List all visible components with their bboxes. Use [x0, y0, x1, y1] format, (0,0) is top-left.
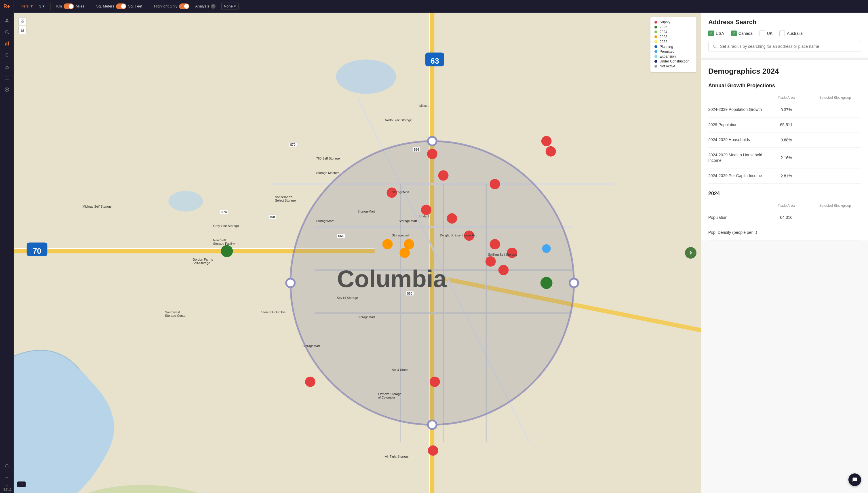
svg-text:Columbia: Columbia [337, 265, 447, 292]
country-usa[interactable]: ✓ USA [708, 30, 724, 36]
legend-item: Not Active [654, 64, 692, 68]
col-label-header [708, 95, 763, 100]
table-row: 2029 Population 65,511 [708, 117, 861, 133]
price-badge-60b: $60 [405, 291, 414, 296]
svg-point-53 [546, 146, 556, 157]
svg-point-59 [542, 244, 551, 253]
legend-item: Permitted [654, 49, 692, 53]
km-miles-toggle-wrap: Km Miles [57, 3, 85, 9]
legend-item: 2024 [654, 30, 692, 34]
svg-point-49 [305, 377, 315, 387]
uk-checkbox[interactable] [759, 30, 765, 36]
year-2024-header: Trade Area Selected Blockgroup [708, 201, 861, 210]
map-label-storagemart-6: StorageMart [303, 344, 320, 348]
svg-rect-3 [5, 43, 6, 45]
filter-count[interactable]: 3 ▾ [39, 4, 44, 8]
table-row: Population 64,316 [708, 210, 861, 226]
address-search-input[interactable] [720, 44, 857, 49]
legend-item: Under Construction [654, 59, 692, 63]
svg-point-54 [221, 245, 233, 257]
right-panel: Address Search ✓ USA ✓ Canada UK Austral… [701, 13, 868, 493]
svg-rect-4 [6, 42, 7, 45]
sqm-sqft-toggle-wrap: Sq. Meters Sq. Feet [96, 3, 142, 9]
sidebar-item-chart[interactable] [2, 38, 12, 49]
app-logo: R+ [2, 2, 12, 10]
sqm-sqft-toggle[interactable] [116, 3, 126, 9]
uk-label: UK [767, 31, 773, 36]
map-label-storagemart-4: Storagemart [392, 234, 409, 237]
usa-checkbox[interactable]: ✓ [708, 30, 714, 36]
map-area[interactable]: TADPOLE ISLAND Columbia [14, 13, 701, 493]
svg-point-0 [6, 19, 8, 20]
main-content: TADPOLE ISLAND Columbia [14, 13, 868, 493]
sidebar-item-add[interactable] [2, 473, 12, 483]
address-search-box[interactable] [708, 41, 861, 52]
svg-point-68 [713, 45, 716, 47]
table-row: 2024-2029 Population Growth 0.37% [708, 102, 861, 117]
analysis-none-select[interactable]: None ▾ [221, 3, 239, 10]
price-badge-60a: $60 [268, 215, 276, 219]
map-label-storagemart-5: StorageMart [357, 315, 375, 319]
svg-rect-5 [8, 41, 9, 45]
sidebar-item-download[interactable] [2, 61, 12, 72]
col-selected-bg-header: Selected Blockgroup [809, 95, 861, 100]
sidebar-item-list[interactable] [2, 73, 12, 83]
table-row: 2024-2029 Households 0.68% [708, 132, 861, 148]
svg-rect-66 [21, 22, 22, 23]
section-2024: 2024 Trade Area Selected Blockgroup Popu… [708, 191, 861, 240]
search-icon [713, 44, 717, 49]
row-label: Population [708, 215, 763, 220]
filters-button[interactable]: Filters ▼ [18, 4, 34, 8]
map-label-uhaul: U Haul [419, 215, 429, 218]
canada-checkbox[interactable]: ✓ [731, 30, 737, 36]
usa-label: USA [716, 31, 724, 36]
map-label-aa-ustore: AA U-Store [392, 368, 407, 371]
price-badge-70: $70 [289, 142, 297, 147]
sidebar-item-search[interactable] [2, 27, 12, 37]
country-uk[interactable]: UK [759, 30, 773, 36]
row-label: 2024-2029 Households [708, 137, 763, 143]
year-2024-title: 2024 [708, 191, 861, 197]
australia-label: Australia [787, 31, 802, 36]
map-label-store-it: Store it Columbia [261, 310, 286, 314]
chat-button[interactable] [848, 473, 861, 486]
price-badge-74: $74 [220, 210, 228, 214]
expand-sidebar-btn[interactable]: >> [17, 481, 26, 487]
price-badge-55: $55 [337, 234, 345, 238]
highlight-toggle[interactable] [179, 3, 190, 9]
analysis-label: Analysis [195, 4, 209, 8]
svg-point-56 [382, 239, 393, 250]
svg-point-55 [540, 277, 553, 289]
svg-rect-65 [23, 20, 24, 21]
col-selected-bg-2024: Selected Blockgroup [809, 203, 861, 208]
topbar: Filters ▼ 3 ▾ Km Miles Sq. Meters Sq. Fe… [14, 0, 868, 13]
analysis-info-icon[interactable]: ? [211, 4, 216, 9]
legend-items: Supply2025202420232022PlanningPermittedE… [654, 20, 692, 68]
country-canada[interactable]: ✓ Canada [731, 30, 753, 36]
sidebar-item-user[interactable] [2, 15, 12, 26]
legend-item: 2023 [654, 35, 692, 39]
svg-point-50 [430, 377, 440, 387]
row-label: 2024-2029 Median Household Income [708, 152, 763, 164]
svg-line-69 [716, 47, 717, 48]
sidebar-item-settings[interactable] [2, 84, 12, 95]
sidebar-item-dollar[interactable] [2, 50, 12, 60]
australia-checkbox[interactable] [779, 30, 785, 36]
km-miles-toggle[interactable] [64, 3, 74, 9]
version-label: 5.8.12 [3, 488, 12, 491]
map-label-southwest: SouthwestStorage Center [165, 310, 186, 317]
map-delete-btn[interactable] [18, 26, 26, 34]
map-label-vonderahe: Vonderahe'sSelect Storage [275, 195, 295, 202]
svg-point-33 [428, 137, 437, 145]
country-australia[interactable]: Australia [779, 30, 802, 36]
map-select-btn[interactable] [18, 17, 26, 25]
separator-1 [50, 3, 51, 10]
navigate-arrow-btn[interactable] [685, 247, 696, 259]
sidebar-item-bell[interactable] [2, 461, 12, 471]
col-trade-area-2024: Trade Area [763, 203, 809, 208]
svg-point-35 [286, 279, 295, 287]
km-label: Km [57, 4, 62, 8]
table-row: 2024-2029 Median Household Income 2.16% [708, 148, 861, 169]
svg-point-52 [541, 136, 552, 146]
svg-point-40 [490, 179, 500, 189]
